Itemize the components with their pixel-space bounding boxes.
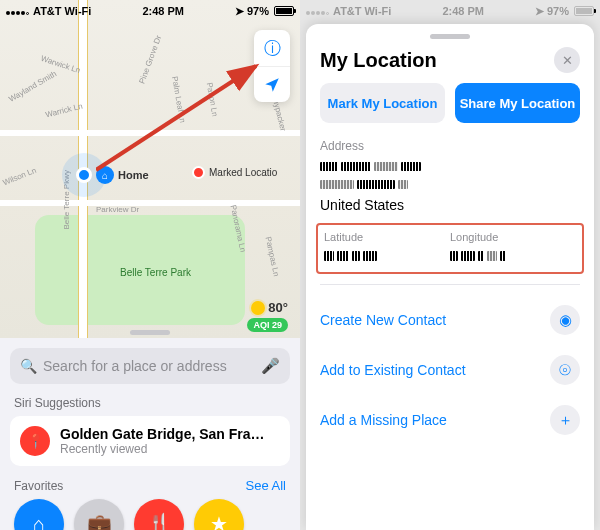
clock-text: 2:48 PM	[442, 5, 484, 17]
info-button[interactable]: ⓘ	[254, 30, 290, 66]
status-bar: AT&T Wi-Fi 2:48 PM ➤ 97%	[0, 0, 300, 22]
clock-text: 2:48 PM	[142, 5, 184, 17]
signal-icon	[6, 5, 30, 17]
address-line1	[306, 157, 594, 175]
status-bar: AT&T Wi-Fi 2:48 PM ➤ 97%	[300, 0, 600, 22]
locate-me-button[interactable]	[254, 66, 290, 102]
street-parkview: Parkview Dr	[96, 205, 139, 214]
carrier-text: AT&T Wi-Fi	[333, 5, 391, 17]
road-h1	[0, 130, 300, 136]
my-location-panel: My Location ✕ Mark My Location Share My …	[306, 24, 594, 530]
street-palmleaf: Palm Leaf Ln	[170, 76, 187, 124]
pin-icon: 📍	[20, 426, 50, 456]
latitude-value	[324, 246, 450, 264]
plus-icon: ＋	[550, 405, 580, 435]
favorites-row: ⌂ 💼 🍴 ★	[10, 499, 290, 530]
location-services-icon: ➤	[235, 5, 244, 18]
add-to-existing-contact[interactable]: Add to Existing Contact ⦾	[306, 345, 594, 395]
bottom-sheet: 🔍 Search for a place or address 🎤 Siri S…	[0, 338, 300, 530]
longitude-label: Longitude	[450, 231, 576, 243]
contact-icon: ◉	[550, 305, 580, 335]
latitude-label: Latitude	[324, 231, 450, 243]
road-h2	[0, 200, 300, 206]
street-wilson: Wilson Ln	[2, 166, 38, 188]
latitude-block: Latitude	[324, 231, 450, 264]
share-location-button[interactable]: Share My Location	[455, 83, 580, 123]
street-patton: Patton Ln	[205, 82, 220, 117]
house-icon: ⌂	[33, 513, 45, 531]
park-label: Belle Terre Park	[120, 267, 191, 278]
siri-section-label: Siri Suggestions	[14, 396, 286, 410]
utensils-icon: 🍴	[147, 512, 172, 530]
star-icon: ★	[210, 512, 228, 530]
divider	[320, 284, 580, 285]
address-country: United States	[306, 193, 594, 223]
map-controls: ⓘ	[254, 30, 290, 102]
home-icon: ⌂	[96, 166, 114, 184]
aqi-badge: AQI 29	[247, 318, 288, 332]
battery-pct: 97%	[247, 5, 269, 17]
marked-label: Marked Locatio	[209, 167, 277, 178]
carrier-text: AT&T Wi-Fi	[33, 5, 91, 17]
panel-handle[interactable]	[430, 34, 470, 39]
panel-title: My Location	[320, 49, 437, 72]
suggestion-title: Golden Gate Bridge, San Francis…	[60, 426, 270, 442]
mark-location-button[interactable]: Mark My Location	[320, 83, 445, 123]
battery-icon	[272, 6, 294, 16]
create-new-contact[interactable]: Create New Contact ◉	[306, 295, 594, 345]
favorite-home[interactable]: ⌂	[14, 499, 64, 530]
action-label: Create New Contact	[320, 312, 446, 328]
favorite-work[interactable]: 💼	[74, 499, 124, 530]
street-pampas: Pampas Ln	[264, 236, 281, 277]
coordinates-highlight: Latitude Longitude	[316, 223, 584, 274]
battery-icon	[572, 6, 594, 16]
street-warwick: Warwick Ln	[40, 54, 82, 75]
street-wayland: Wayland Smith	[7, 69, 58, 104]
contacts-icon: ⦾	[550, 355, 580, 385]
temp-value: 80°	[268, 300, 288, 315]
marked-pin-icon	[192, 166, 205, 179]
siri-suggestion-item[interactable]: 📍 Golden Gate Bridge, San Francis… Recen…	[10, 416, 290, 466]
battery-pct: 97%	[547, 5, 569, 17]
sun-icon	[251, 301, 265, 315]
weather-widget[interactable]: 80° AQI 29	[247, 300, 288, 332]
signal-icon	[306, 5, 330, 17]
add-missing-place[interactable]: Add a Missing Place ＋	[306, 395, 594, 445]
close-button[interactable]: ✕	[554, 47, 580, 73]
search-placeholder: Search for a place or address	[43, 358, 227, 374]
sheet-handle[interactable]	[130, 330, 170, 335]
home-label: Home	[118, 169, 149, 181]
favorite-item[interactable]: 🍴	[134, 499, 184, 530]
search-icon: 🔍	[20, 358, 37, 374]
street-belle: Belle Terre Pkwy	[62, 170, 71, 229]
marked-location-pin[interactable]: Marked Locatio	[192, 166, 277, 179]
search-field[interactable]: 🔍 Search for a place or address 🎤	[10, 348, 290, 384]
briefcase-icon: 💼	[87, 512, 112, 530]
location-arrow-icon	[263, 76, 281, 94]
location-services-icon: ➤	[535, 5, 544, 18]
action-label: Add to Existing Contact	[320, 362, 466, 378]
current-location-pin[interactable]: ⌂ Home	[76, 166, 149, 184]
mic-icon[interactable]: 🎤	[261, 357, 280, 375]
suggestion-subtitle: Recently viewed	[60, 442, 270, 456]
action-label: Add a Missing Place	[320, 412, 447, 428]
favorites-label: Favorites	[14, 479, 63, 493]
see-all-link[interactable]: See All	[246, 478, 286, 493]
close-icon: ✕	[562, 53, 573, 68]
street-pine: Pine Grove Dr	[137, 34, 163, 85]
longitude-block: Longitude	[450, 231, 576, 264]
address-label: Address	[306, 135, 594, 157]
address-line2	[306, 175, 594, 193]
favorite-item2[interactable]: ★	[194, 499, 244, 530]
longitude-value	[450, 246, 576, 264]
location-dot-icon	[76, 167, 92, 183]
